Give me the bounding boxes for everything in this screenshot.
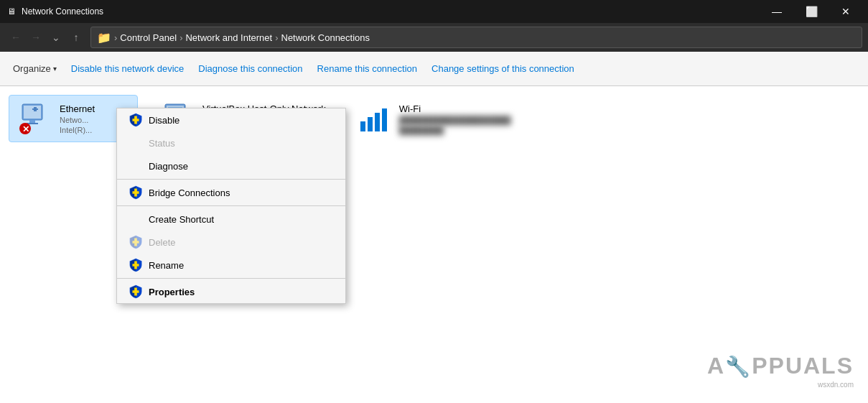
context-menu: Disable Status Diagnose Bridge Connectio…: [116, 108, 346, 304]
separator-1: [117, 179, 345, 180]
rename-label: Rename this connection: [317, 63, 417, 74]
svg-rect-14: [368, 117, 373, 131]
ethernet-name: Ethernet: [60, 103, 95, 114]
ctx-diagnose[interactable]: Diagnose: [117, 154, 345, 177]
ctx-rename-label: Rename: [149, 260, 184, 271]
ctx-properties-label: Properties: [149, 287, 195, 297]
separator-2: [117, 205, 345, 206]
svg-rect-13: [360, 121, 365, 131]
path-network-connections[interactable]: Network Connections: [281, 32, 370, 43]
svg-text:✕: ✕: [22, 124, 29, 134]
up-button[interactable]: ↑: [66, 27, 86, 47]
watermark-sub: wsxdn.com: [707, 381, 854, 389]
ctx-bridge[interactable]: Bridge Connections: [117, 181, 345, 204]
ethernet-icon: ✕: [18, 101, 52, 136]
ctx-rename[interactable]: Rename: [117, 254, 345, 277]
watermark-text: A🔧PPUALS: [707, 353, 854, 379]
rename-button[interactable]: Rename this connection: [310, 56, 424, 82]
ctx-bridge-label: Bridge Connections: [149, 187, 230, 198]
window-controls: — ⬜ ✕: [760, 0, 862, 23]
ctx-disable-label: Disable: [149, 115, 179, 126]
dropdown-button[interactable]: ⌄: [46, 27, 66, 47]
svg-rect-1: [24, 106, 41, 119]
diagnose-button[interactable]: Diagnose this connection: [191, 56, 309, 82]
app-icon: 🖥: [6, 6, 17, 17]
ctx-status-label: Status: [149, 138, 175, 149]
svg-rect-2: [29, 120, 35, 123]
svg-rect-15: [375, 113, 380, 131]
wifi-icon: [358, 101, 392, 136]
ctx-create-shortcut[interactable]: Create Shortcut: [117, 208, 345, 231]
ctx-delete-label: Delete: [149, 237, 176, 248]
minimize-button[interactable]: —: [760, 0, 793, 23]
wifi-item[interactable]: Wi-Fi ████████████████████ ████████: [349, 95, 520, 142]
folder-icon: 📁: [97, 31, 111, 45]
forward-button[interactable]: →: [26, 27, 46, 47]
back-button[interactable]: ←: [6, 27, 26, 47]
organize-label: Organize: [13, 63, 51, 74]
address-path[interactable]: 📁 › Control Panel › Network and Internet…: [90, 27, 862, 48]
address-bar: ← → ⌄ ↑ 📁 › Control Panel › Network and …: [0, 23, 868, 52]
path-control-panel[interactable]: Control Panel: [120, 32, 177, 43]
diagnose-label: Diagnose this connection: [198, 63, 302, 74]
wifi-line2: ████████: [399, 126, 511, 134]
svg-rect-16: [382, 108, 387, 131]
ctx-create-shortcut-label: Create Shortcut: [149, 214, 214, 225]
ctx-disable[interactable]: Disable: [117, 108, 345, 131]
shield-icon-rename: [129, 258, 143, 272]
shield-icon-delete: [129, 235, 143, 249]
disable-label: Disable this network device: [71, 63, 185, 74]
ethernet-line2: Intel(R)...: [60, 126, 95, 134]
settings-button[interactable]: Change settings of this connection: [424, 56, 582, 82]
svg-rect-7: [34, 107, 37, 111]
disable-button[interactable]: Disable this network device: [64, 56, 192, 82]
close-button[interactable]: ✕: [829, 0, 862, 23]
wifi-info: Wi-Fi ████████████████████ ████████: [399, 103, 511, 134]
ctx-status[interactable]: Status: [117, 131, 345, 154]
ethernet-info: Ethernet Netwo... Intel(R)...: [60, 103, 95, 134]
content-area: ✕ Ethernet Netwo... Intel(R)...: [0, 86, 868, 403]
window-title: Network Connections: [22, 6, 760, 17]
toolbar: Organize ▾ Disable this network device D…: [0, 52, 868, 86]
path-network-internet[interactable]: Network and Internet: [185, 32, 272, 43]
wifi-line1: ████████████████████: [399, 116, 511, 124]
organize-dropdown-icon: ▾: [53, 65, 57, 73]
ctx-diagnose-label: Diagnose: [149, 161, 188, 172]
title-bar: 🖥 Network Connections — ⬜ ✕: [0, 0, 868, 23]
ctx-delete[interactable]: Delete: [117, 231, 345, 254]
shield-icon-bridge: [129, 185, 143, 200]
ctx-properties[interactable]: Properties: [117, 280, 345, 303]
wifi-name: Wi-Fi: [399, 103, 511, 114]
shield-icon-properties: [129, 284, 143, 299]
watermark-area: A🔧PPUALS wsxdn.com: [707, 353, 854, 389]
settings-label: Change settings of this connection: [431, 63, 574, 74]
organize-button[interactable]: Organize ▾: [6, 56, 64, 82]
maximize-button[interactable]: ⬜: [795, 0, 828, 23]
shield-icon: [129, 113, 143, 127]
separator-3: [117, 278, 345, 279]
ethernet-line1: Netwo...: [60, 116, 95, 124]
